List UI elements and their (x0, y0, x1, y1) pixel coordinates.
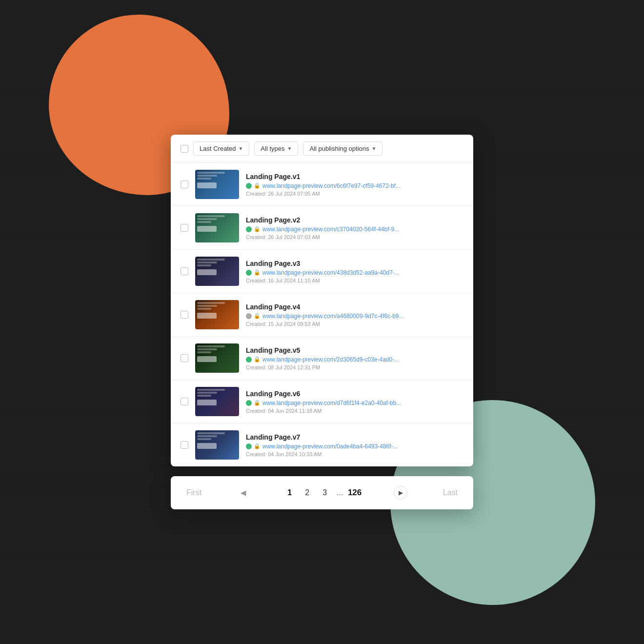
item-checkbox[interactable] (181, 267, 188, 275)
item-date: Created: 16 Jul 2024 11:10 AM (246, 278, 463, 283)
lock-icon: 🔒 (254, 356, 261, 362)
item-name: Landing Page.v1 (246, 173, 463, 181)
item-thumbnail (195, 170, 239, 199)
status-dot (246, 226, 252, 232)
list-item: Landing Page.v6 🔒 www.landpage-preview.c… (171, 380, 473, 423)
page-3[interactable]: 3 (317, 485, 333, 501)
page-2[interactable]: 2 (300, 485, 315, 501)
item-name: Landing Page.v5 (246, 346, 463, 354)
item-info: Landing Page.v5 🔒 www.landpage-preview.c… (246, 346, 463, 370)
item-thumbnail (195, 213, 239, 242)
item-checkbox[interactable] (181, 398, 188, 405)
item-checkbox[interactable] (181, 441, 188, 449)
item-url-row: 🔒 www.landpage-preview.com/d7d6f1f4-e2a0… (246, 400, 463, 406)
lock-icon: 🔒 (254, 443, 261, 449)
item-url[interactable]: www.landpage-preview.com/6c6f7e97-cf59-4… (262, 182, 401, 189)
item-date: Created: 15 Jul 2024 09:53 AM (246, 321, 463, 327)
sort-filter-label: Last Created (200, 145, 236, 152)
page-numbers: 1 2 3 ... 126 (282, 485, 362, 501)
item-name: Landing Page.v6 (246, 390, 463, 398)
select-all-checkbox[interactable] (181, 145, 188, 153)
item-info: Landing Page.v4 🔒 www.landpage-preview.c… (246, 303, 463, 327)
list-panel: Last Created ▼ All types ▼ All publishin… (171, 135, 473, 466)
item-thumbnail (195, 300, 239, 329)
item-date: Created: 26 Jul 2024 07:03 AM (246, 234, 463, 240)
item-checkbox[interactable] (181, 311, 188, 319)
publish-filter-button[interactable]: All publishing options ▼ (303, 141, 382, 156)
type-chevron-icon: ▼ (287, 146, 292, 151)
item-url[interactable]: www.landpage-preview.com/0ade4ba4-6493-4… (262, 443, 398, 450)
status-dot (246, 443, 252, 449)
item-thumbnail (195, 430, 239, 460)
item-url-row: 🔒 www.landpage-preview.com/438d3d52-aa9a… (246, 269, 463, 276)
publish-chevron-icon: ▼ (372, 146, 377, 151)
first-page-button[interactable]: First (182, 486, 205, 499)
item-url[interactable]: www.landpage-preview.com/2d3065d9-c03e-4… (262, 356, 399, 363)
item-name: Landing Page.v4 (246, 303, 463, 311)
item-info: Landing Page.v2 🔒 www.landpage-preview.c… (246, 216, 463, 240)
status-dot (246, 183, 252, 189)
items-list: Landing Page.v1 🔒 www.landpage-preview.c… (171, 163, 473, 466)
lock-icon: 🔒 (254, 182, 261, 189)
item-url[interactable]: www.landpage-preview.com/438d3d52-aa9a-4… (262, 269, 400, 276)
list-item: Landing Page.v5 🔒 www.landpage-preview.c… (171, 337, 473, 380)
item-checkbox[interactable] (181, 354, 188, 362)
list-item: Landing Page.v3 🔒 www.landpage-preview.c… (171, 250, 473, 293)
item-name: Landing Page.v3 (246, 260, 463, 267)
item-url-row: 🔒 www.landpage-preview.com/2d3065d9-c03e… (246, 356, 463, 363)
item-date: Created: 26 Jul 2024 07:05 AM (246, 191, 463, 197)
pagination-panel: First ◀ 1 2 3 ... 126 ▶ Last (171, 476, 473, 509)
status-dot (246, 313, 252, 319)
next-page-button[interactable]: ▶ (394, 486, 407, 500)
item-url[interactable]: www.landpage-preview.com/d7d6f1f4-e2a0-4… (262, 400, 401, 406)
item-checkbox[interactable] (181, 224, 188, 232)
status-dot (246, 270, 252, 276)
status-dot (246, 357, 252, 362)
item-checkbox[interactable] (181, 181, 188, 188)
item-name: Landing Page.v2 (246, 216, 463, 224)
item-info: Landing Page.v6 🔒 www.landpage-preview.c… (246, 390, 463, 414)
sort-filter-button[interactable]: Last Created ▼ (193, 141, 249, 156)
item-url-row: 🔒 www.landpage-preview.com/0ade4ba4-6493… (246, 443, 463, 450)
item-thumbnail (195, 257, 239, 286)
item-info: Landing Page.v3 🔒 www.landpage-preview.c… (246, 260, 463, 283)
sort-chevron-icon: ▼ (238, 146, 243, 151)
status-dot (246, 400, 252, 406)
item-info: Landing Page.v1 🔒 www.landpage-preview.c… (246, 173, 463, 197)
page-ellipsis: ... (335, 488, 345, 497)
item-date: Created: 08 Jul 2024 12:31 PM (246, 364, 463, 370)
item-url-row: 🔒 www.landpage-preview.com/c3704020-564f… (246, 226, 463, 233)
list-item: Landing Page.v7 🔒 www.landpage-preview.c… (171, 423, 473, 466)
lock-icon: 🔒 (254, 313, 261, 319)
toolbar: Last Created ▼ All types ▼ All publishin… (171, 135, 473, 163)
publish-filter-label: All publishing options (309, 145, 369, 152)
lock-icon: 🔒 (254, 226, 261, 232)
item-name: Landing Page.v7 (246, 433, 463, 441)
item-date: Created: 04 Jun 2024 10:33 AM (246, 451, 463, 457)
page-1[interactable]: 1 (282, 485, 298, 501)
lock-icon: 🔒 (254, 400, 261, 406)
lock-icon: 🔒 (254, 269, 261, 276)
type-filter-label: All types (261, 145, 284, 152)
item-thumbnail (195, 343, 239, 373)
main-container: Last Created ▼ All types ▼ All publishin… (171, 135, 473, 509)
item-date: Created: 04 Jun 2024 11:18 AM (246, 408, 463, 414)
item-url-row: 🔒 www.landpage-preview.com/a4680009-9d7c… (246, 313, 463, 320)
item-url-row: 🔒 www.landpage-preview.com/6c6f7e97-cf59… (246, 182, 463, 189)
list-item: Landing Page.v2 🔒 www.landpage-preview.c… (171, 206, 473, 250)
last-page-button[interactable]: Last (439, 486, 462, 499)
item-info: Landing Page.v7 🔒 www.landpage-preview.c… (246, 433, 463, 457)
list-item: Landing Page.v1 🔒 www.landpage-preview.c… (171, 163, 473, 206)
type-filter-button[interactable]: All types ▼ (254, 141, 298, 156)
prev-page-button[interactable]: ◀ (237, 486, 250, 499)
list-item: Landing Page.v4 🔒 www.landpage-preview.c… (171, 293, 473, 337)
item-thumbnail (195, 387, 239, 416)
item-url[interactable]: www.landpage-preview.com/a4680009-9d7c-4… (262, 313, 404, 320)
page-last-num[interactable]: 126 (347, 485, 362, 501)
item-url[interactable]: www.landpage-preview.com/c3704020-564f-4… (262, 226, 399, 233)
